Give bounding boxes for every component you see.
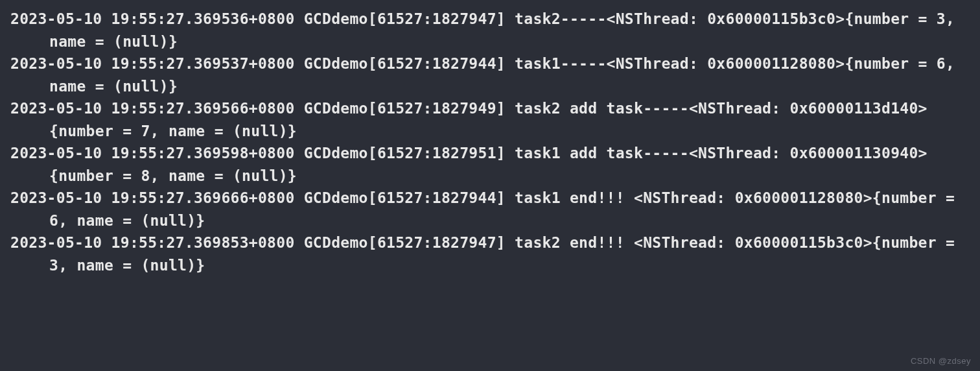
console-output[interactable]: 2023-05-10 19:55:27.369536+0800 GCDdemo[… [0, 0, 980, 284]
log-line: 2023-05-10 19:55:27.369536+0800 GCDdemo[… [10, 8, 970, 53]
log-line: 2023-05-10 19:55:27.369537+0800 GCDdemo[… [10, 53, 970, 97]
log-line: 2023-05-10 19:55:27.369566+0800 GCDdemo[… [10, 97, 970, 142]
log-line: 2023-05-10 19:55:27.369853+0800 GCDdemo[… [10, 232, 970, 276]
log-line: 2023-05-10 19:55:27.369598+0800 GCDdemo[… [10, 142, 970, 187]
watermark: CSDN @zdsey [911, 356, 971, 366]
log-line: 2023-05-10 19:55:27.369666+0800 GCDdemo[… [10, 187, 970, 232]
